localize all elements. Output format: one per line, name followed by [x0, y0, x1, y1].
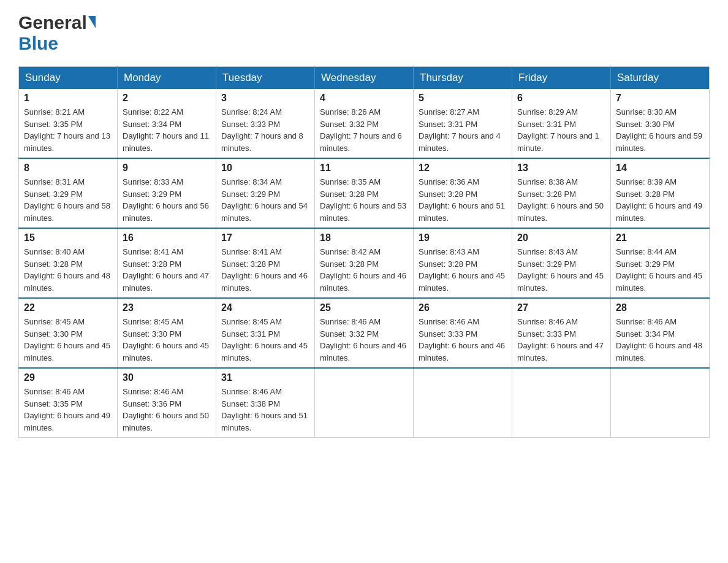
calendar-cell: 6 Sunrise: 8:29 AM Sunset: 3:31 PM Dayli…	[512, 89, 611, 158]
calendar-cell: 29 Sunrise: 8:46 AM Sunset: 3:35 PM Dayl…	[19, 368, 118, 438]
day-info: Sunrise: 8:46 AM Sunset: 3:33 PM Dayligh…	[517, 316, 605, 364]
day-info: Sunrise: 8:26 AM Sunset: 3:32 PM Dayligh…	[320, 106, 408, 154]
week-row-5: 29 Sunrise: 8:46 AM Sunset: 3:35 PM Dayl…	[19, 368, 710, 438]
day-number: 30	[123, 372, 211, 383]
calendar-cell: 26 Sunrise: 8:46 AM Sunset: 3:33 PM Dayl…	[414, 298, 512, 368]
day-number: 19	[419, 232, 507, 243]
day-number: 8	[24, 163, 112, 174]
calendar-cell: 16 Sunrise: 8:41 AM Sunset: 3:28 PM Dayl…	[118, 228, 216, 298]
day-info: Sunrise: 8:38 AM Sunset: 3:28 PM Dayligh…	[517, 176, 605, 224]
calendar-cell: 27 Sunrise: 8:46 AM Sunset: 3:33 PM Dayl…	[512, 298, 611, 368]
calendar-cell: 3 Sunrise: 8:24 AM Sunset: 3:33 PM Dayli…	[216, 89, 315, 158]
day-info: Sunrise: 8:36 AM Sunset: 3:28 PM Dayligh…	[419, 176, 507, 224]
week-row-3: 15 Sunrise: 8:40 AM Sunset: 3:28 PM Dayl…	[19, 228, 710, 298]
day-info: Sunrise: 8:46 AM Sunset: 3:38 PM Dayligh…	[221, 386, 309, 434]
calendar-cell: 28 Sunrise: 8:46 AM Sunset: 3:34 PM Dayl…	[611, 298, 710, 368]
calendar-cell: 7 Sunrise: 8:30 AM Sunset: 3:30 PM Dayli…	[611, 89, 710, 158]
calendar-cell: 12 Sunrise: 8:36 AM Sunset: 3:28 PM Dayl…	[414, 158, 512, 228]
day-number: 18	[320, 232, 408, 243]
calendar-cell: 14 Sunrise: 8:39 AM Sunset: 3:28 PM Dayl…	[611, 158, 710, 228]
day-number: 6	[517, 93, 605, 104]
weekday-header-row: SundayMondayTuesdayWednesdayThursdayFrid…	[19, 67, 710, 90]
calendar-table: SundayMondayTuesdayWednesdayThursdayFrid…	[18, 66, 710, 438]
calendar-cell: 23 Sunrise: 8:45 AM Sunset: 3:30 PM Dayl…	[118, 298, 216, 368]
day-info: Sunrise: 8:22 AM Sunset: 3:34 PM Dayligh…	[123, 106, 211, 154]
day-number: 23	[123, 302, 211, 313]
weekday-header-wednesday: Wednesday	[315, 67, 414, 90]
day-info: Sunrise: 8:24 AM Sunset: 3:33 PM Dayligh…	[221, 106, 309, 154]
week-row-4: 22 Sunrise: 8:45 AM Sunset: 3:30 PM Dayl…	[19, 298, 710, 368]
day-info: Sunrise: 8:21 AM Sunset: 3:35 PM Dayligh…	[24, 106, 112, 154]
calendar-cell: 10 Sunrise: 8:34 AM Sunset: 3:29 PM Dayl…	[216, 158, 315, 228]
day-number: 25	[320, 302, 408, 313]
day-number: 27	[517, 302, 605, 313]
day-info: Sunrise: 8:33 AM Sunset: 3:29 PM Dayligh…	[123, 176, 211, 224]
day-info: Sunrise: 8:43 AM Sunset: 3:28 PM Dayligh…	[419, 246, 507, 294]
calendar-cell: 21 Sunrise: 8:44 AM Sunset: 3:29 PM Dayl…	[611, 228, 710, 298]
logo-general-text: General	[18, 12, 87, 33]
calendar-cell	[512, 368, 611, 438]
day-number: 2	[123, 93, 211, 104]
calendar-cell: 11 Sunrise: 8:35 AM Sunset: 3:28 PM Dayl…	[315, 158, 414, 228]
weekday-header-thursday: Thursday	[414, 67, 512, 90]
day-info: Sunrise: 8:34 AM Sunset: 3:29 PM Dayligh…	[221, 176, 309, 224]
calendar-cell: 9 Sunrise: 8:33 AM Sunset: 3:29 PM Dayli…	[118, 158, 216, 228]
weekday-header-tuesday: Tuesday	[216, 67, 315, 90]
day-number: 31	[221, 372, 309, 383]
week-row-2: 8 Sunrise: 8:31 AM Sunset: 3:29 PM Dayli…	[19, 158, 710, 228]
day-number: 26	[419, 302, 507, 313]
logo-blue-text: Blue	[18, 33, 58, 53]
calendar-cell: 1 Sunrise: 8:21 AM Sunset: 3:35 PM Dayli…	[19, 89, 118, 158]
calendar-cell: 5 Sunrise: 8:27 AM Sunset: 3:31 PM Dayli…	[414, 89, 512, 158]
day-info: Sunrise: 8:30 AM Sunset: 3:30 PM Dayligh…	[616, 106, 704, 154]
day-info: Sunrise: 8:46 AM Sunset: 3:36 PM Dayligh…	[123, 386, 211, 434]
week-row-1: 1 Sunrise: 8:21 AM Sunset: 3:35 PM Dayli…	[19, 89, 710, 158]
day-number: 7	[616, 93, 704, 104]
calendar-cell	[611, 368, 710, 438]
day-number: 1	[24, 93, 112, 104]
weekday-header-saturday: Saturday	[611, 67, 710, 90]
day-number: 12	[419, 163, 507, 174]
calendar-cell: 13 Sunrise: 8:38 AM Sunset: 3:28 PM Dayl…	[512, 158, 611, 228]
calendar-cell: 18 Sunrise: 8:42 AM Sunset: 3:28 PM Dayl…	[315, 228, 414, 298]
calendar-cell: 15 Sunrise: 8:40 AM Sunset: 3:28 PM Dayl…	[19, 228, 118, 298]
calendar-cell: 8 Sunrise: 8:31 AM Sunset: 3:29 PM Dayli…	[19, 158, 118, 228]
day-info: Sunrise: 8:46 AM Sunset: 3:32 PM Dayligh…	[320, 316, 408, 364]
calendar-cell	[414, 368, 512, 438]
day-info: Sunrise: 8:42 AM Sunset: 3:28 PM Dayligh…	[320, 246, 408, 294]
day-info: Sunrise: 8:29 AM Sunset: 3:31 PM Dayligh…	[517, 106, 605, 154]
day-number: 24	[221, 302, 309, 313]
day-info: Sunrise: 8:46 AM Sunset: 3:33 PM Dayligh…	[419, 316, 507, 364]
day-info: Sunrise: 8:46 AM Sunset: 3:35 PM Dayligh…	[24, 386, 112, 434]
page-header: General Blue	[18, 12, 710, 54]
day-info: Sunrise: 8:35 AM Sunset: 3:28 PM Dayligh…	[320, 176, 408, 224]
day-info: Sunrise: 8:43 AM Sunset: 3:29 PM Dayligh…	[517, 246, 605, 294]
day-info: Sunrise: 8:27 AM Sunset: 3:31 PM Dayligh…	[419, 106, 507, 154]
calendar-cell: 4 Sunrise: 8:26 AM Sunset: 3:32 PM Dayli…	[315, 89, 414, 158]
day-number: 22	[24, 302, 112, 313]
day-number: 4	[320, 93, 408, 104]
day-number: 9	[123, 163, 211, 174]
day-number: 21	[616, 232, 704, 243]
weekday-header-friday: Friday	[512, 67, 611, 90]
day-number: 17	[221, 232, 309, 243]
calendar-cell: 17 Sunrise: 8:41 AM Sunset: 3:28 PM Dayl…	[216, 228, 315, 298]
calendar-cell: 25 Sunrise: 8:46 AM Sunset: 3:32 PM Dayl…	[315, 298, 414, 368]
day-number: 3	[221, 93, 309, 104]
weekday-header-monday: Monday	[118, 67, 216, 90]
calendar-cell: 20 Sunrise: 8:43 AM Sunset: 3:29 PM Dayl…	[512, 228, 611, 298]
day-info: Sunrise: 8:45 AM Sunset: 3:30 PM Dayligh…	[24, 316, 112, 364]
day-info: Sunrise: 8:40 AM Sunset: 3:28 PM Dayligh…	[24, 246, 112, 294]
calendar-cell: 31 Sunrise: 8:46 AM Sunset: 3:38 PM Dayl…	[216, 368, 315, 438]
day-number: 11	[320, 163, 408, 174]
calendar-cell: 22 Sunrise: 8:45 AM Sunset: 3:30 PM Dayl…	[19, 298, 118, 368]
day-info: Sunrise: 8:39 AM Sunset: 3:28 PM Dayligh…	[616, 176, 704, 224]
day-info: Sunrise: 8:31 AM Sunset: 3:29 PM Dayligh…	[24, 176, 112, 224]
calendar-cell: 19 Sunrise: 8:43 AM Sunset: 3:28 PM Dayl…	[414, 228, 512, 298]
logo: General Blue	[18, 12, 96, 54]
day-number: 15	[24, 232, 112, 243]
calendar-cell: 30 Sunrise: 8:46 AM Sunset: 3:36 PM Dayl…	[118, 368, 216, 438]
day-info: Sunrise: 8:41 AM Sunset: 3:28 PM Dayligh…	[221, 246, 309, 294]
logo-triangle-icon	[88, 16, 96, 28]
day-info: Sunrise: 8:45 AM Sunset: 3:30 PM Dayligh…	[123, 316, 211, 364]
